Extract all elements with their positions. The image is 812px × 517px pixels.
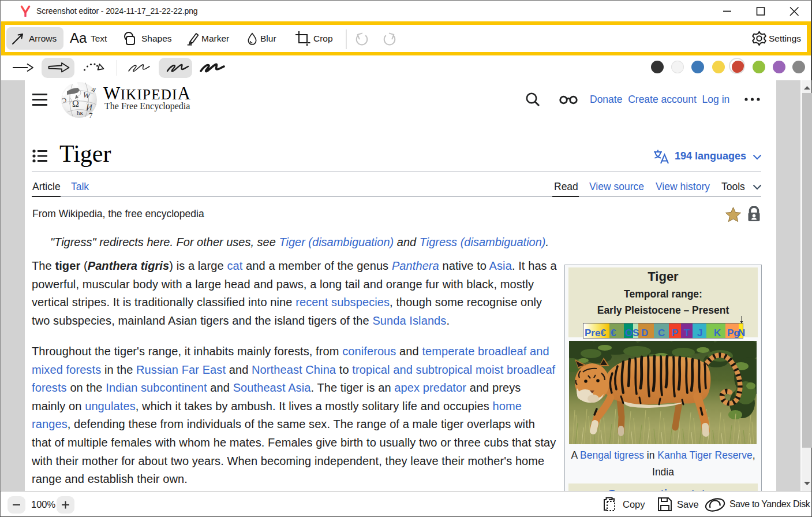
svg-text:7: 7 (89, 111, 93, 118)
svg-text:ħĸ: ħĸ (77, 109, 84, 116)
svg-text:Ω: Ω (72, 99, 79, 109)
